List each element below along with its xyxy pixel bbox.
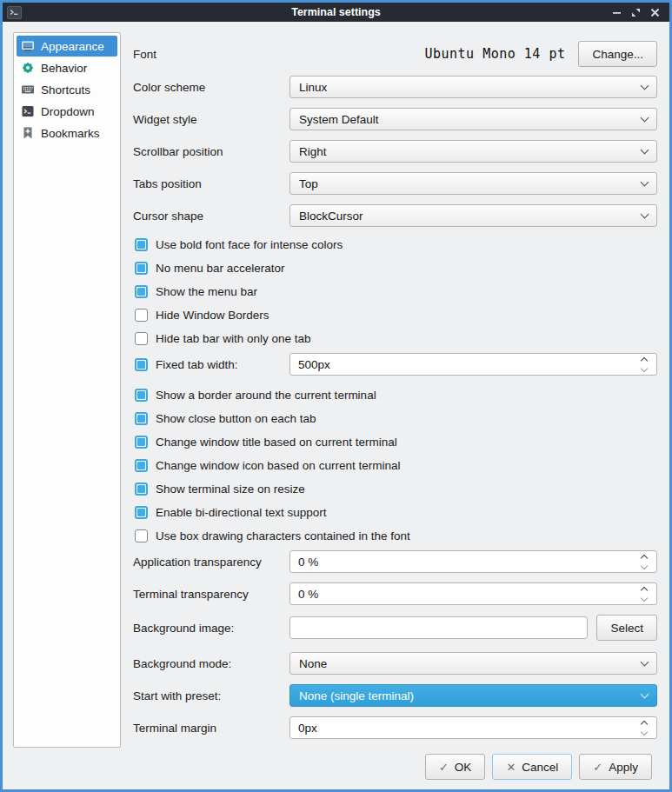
dialog-footer: ✓ OK ✕ Cancel ✓ Apply bbox=[425, 754, 652, 780]
color-scheme-select[interactable]: Linux bbox=[289, 76, 657, 98]
appearance-panel: Font Ubuntu Mono 14 pt Change... Color s… bbox=[133, 41, 657, 739]
background-mode-label: Background mode: bbox=[133, 657, 289, 670]
cancel-button[interactable]: ✕ Cancel bbox=[492, 754, 572, 780]
sidebar-item-bookmarks[interactable]: Bookmarks bbox=[17, 123, 117, 143]
fixed-tab-width-spinner[interactable]: 500px bbox=[289, 353, 657, 376]
ok-button[interactable]: ✓ OK bbox=[425, 754, 485, 780]
apply-button[interactable]: ✓ Apply bbox=[579, 754, 652, 780]
chevron-down-icon bbox=[641, 145, 649, 154]
checkbox-box[interactable] bbox=[135, 358, 148, 371]
scrollbar-position-select[interactable]: Right bbox=[289, 140, 657, 163]
chevron-down-icon bbox=[641, 113, 649, 122]
spin-down-icon[interactable] bbox=[641, 728, 648, 735]
checkbox-box[interactable] bbox=[135, 262, 148, 275]
sidebar-item-dropdown[interactable]: Dropdown bbox=[17, 101, 117, 122]
tabs-position-select[interactable]: Top bbox=[289, 172, 657, 195]
terminal-margin-label: Terminal margin bbox=[133, 722, 289, 735]
checkbox-change-window-icon[interactable]: Change window icon based on current term… bbox=[135, 456, 657, 474]
cursor-shape-label: Cursor shape bbox=[133, 210, 289, 223]
spin-up-icon[interactable] bbox=[641, 356, 648, 363]
checkbox-label: Use box drawing characters contained in … bbox=[156, 529, 410, 542]
checkbox-box[interactable] bbox=[135, 332, 148, 345]
chevron-down-icon bbox=[641, 81, 649, 90]
sidebar-item-shortcuts[interactable]: Shortcuts bbox=[17, 79, 117, 100]
application-transparency-label: Application transparency bbox=[133, 556, 289, 569]
terminal-margin-row: Terminal margin 0px bbox=[133, 716, 657, 739]
fixed-tab-width-row: Fixed tab width: 500px bbox=[133, 353, 657, 376]
checkbox-box[interactable] bbox=[135, 483, 148, 496]
sidebar-item-label: Appearance bbox=[41, 40, 104, 53]
checkbox-box[interactable] bbox=[135, 459, 148, 472]
checkbox-box[interactable] bbox=[135, 436, 148, 449]
spin-down-icon[interactable] bbox=[641, 364, 648, 371]
widget-style-value: System Default bbox=[299, 113, 379, 126]
checkbox-border-current-terminal[interactable]: Show a border around the current termina… bbox=[135, 386, 657, 403]
spin-up-icon[interactable] bbox=[641, 554, 648, 561]
sidebar-item-appearance[interactable]: Appearance bbox=[17, 36, 117, 57]
background-image-input[interactable] bbox=[289, 616, 588, 639]
cancel-button-label: Cancel bbox=[522, 761, 558, 774]
sidebar-item-label: Behavior bbox=[41, 62, 87, 75]
checkbox-box[interactable] bbox=[135, 389, 148, 402]
checkbox-hide-window-borders[interactable]: Hide Window Borders bbox=[135, 306, 657, 323]
font-row: Font Ubuntu Mono 14 pt Change... bbox=[133, 41, 657, 67]
application-transparency-value: 0 % bbox=[298, 556, 318, 569]
terminal-margin-spinner[interactable]: 0px bbox=[289, 716, 657, 739]
checkbox-box[interactable] bbox=[135, 285, 148, 298]
tabs-position-value: Top bbox=[299, 177, 318, 190]
checkbox-box[interactable] bbox=[135, 529, 148, 542]
checkbox-no-menubar-accelerator[interactable]: No menu bar accelerator bbox=[135, 259, 657, 276]
checkbox-box[interactable] bbox=[135, 506, 148, 519]
maximize-icon[interactable] bbox=[629, 5, 642, 19]
apply-button-label: Apply bbox=[609, 761, 638, 774]
close-icon[interactable] bbox=[648, 5, 662, 19]
checkbox-change-window-title[interactable]: Change window title based on current ter… bbox=[135, 433, 657, 450]
background-image-label: Background image: bbox=[133, 622, 289, 635]
background-mode-row: Background mode: None bbox=[133, 652, 657, 675]
window-title: Terminal settings bbox=[3, 6, 669, 18]
chevron-down-icon bbox=[641, 657, 649, 666]
background-image-select-button[interactable]: Select bbox=[596, 615, 657, 641]
scrollbar-position-value: Right bbox=[299, 145, 327, 158]
ok-button-label: OK bbox=[455, 761, 472, 774]
background-mode-select[interactable]: None bbox=[289, 652, 657, 675]
checkbox-bidirectional-text[interactable]: Enable bi-directional text support bbox=[135, 503, 657, 521]
checkbox-group-2: Show a border around the current termina… bbox=[133, 386, 657, 544]
terminal-transparency-spinner[interactable]: 0 % bbox=[289, 582, 657, 605]
spinner-arrows bbox=[642, 556, 649, 569]
checkbox-show-terminal-size[interactable]: Show terminal size on resize bbox=[135, 480, 657, 497]
checkbox-hide-tab-bar[interactable]: Hide tab bar with only one tab bbox=[135, 329, 657, 347]
checkbox-box-drawing-characters[interactable]: Use box drawing characters contained in … bbox=[135, 527, 657, 544]
spin-down-icon[interactable] bbox=[641, 594, 648, 601]
spin-up-icon[interactable] bbox=[641, 586, 648, 593]
widget-style-select[interactable]: System Default bbox=[289, 108, 657, 130]
settings-category-list: Appearance Behavior bbox=[13, 32, 121, 748]
checkbox-box[interactable] bbox=[135, 412, 148, 425]
application-transparency-spinner[interactable]: 0 % bbox=[289, 550, 657, 573]
bookmarks-icon bbox=[21, 126, 35, 140]
cursor-shape-select[interactable]: BlockCursor bbox=[289, 204, 657, 227]
color-scheme-row: Color scheme Linux bbox=[133, 76, 657, 98]
minimize-icon[interactable] bbox=[609, 5, 623, 19]
background-mode-value: None bbox=[299, 657, 327, 670]
font-value: Ubuntu Mono 14 pt bbox=[424, 46, 565, 62]
checkbox-label: No menu bar accelerator bbox=[156, 262, 285, 275]
start-preset-row: Start with preset: None (single terminal… bbox=[133, 684, 657, 707]
dropdown-terminal-icon bbox=[21, 104, 35, 118]
sidebar-item-behavior[interactable]: Behavior bbox=[17, 57, 117, 78]
checkbox-show-menubar[interactable]: Show the menu bar bbox=[135, 283, 657, 300]
checkbox-close-button-each-tab[interactable]: Show close button on each tab bbox=[135, 409, 657, 427]
tabs-position-row: Tabs position Top bbox=[133, 172, 657, 195]
spin-up-icon[interactable] bbox=[641, 720, 648, 727]
checkbox-use-bold-font[interactable]: Use bold font face for intense colors bbox=[135, 236, 657, 253]
checkbox-fixed-tab-width[interactable]: Fixed tab width: bbox=[135, 356, 289, 373]
checkbox-box[interactable] bbox=[135, 238, 148, 251]
font-change-button[interactable]: Change... bbox=[578, 41, 657, 67]
widget-style-label: Widget style bbox=[133, 113, 289, 126]
color-scheme-value: Linux bbox=[299, 81, 327, 94]
checkbox-box[interactable] bbox=[135, 309, 148, 322]
start-preset-select[interactable]: None (single terminal) bbox=[289, 684, 657, 707]
appearance-monitor-icon bbox=[21, 39, 35, 53]
checkbox-label: Fixed tab width: bbox=[156, 358, 238, 371]
spin-down-icon[interactable] bbox=[641, 562, 648, 569]
